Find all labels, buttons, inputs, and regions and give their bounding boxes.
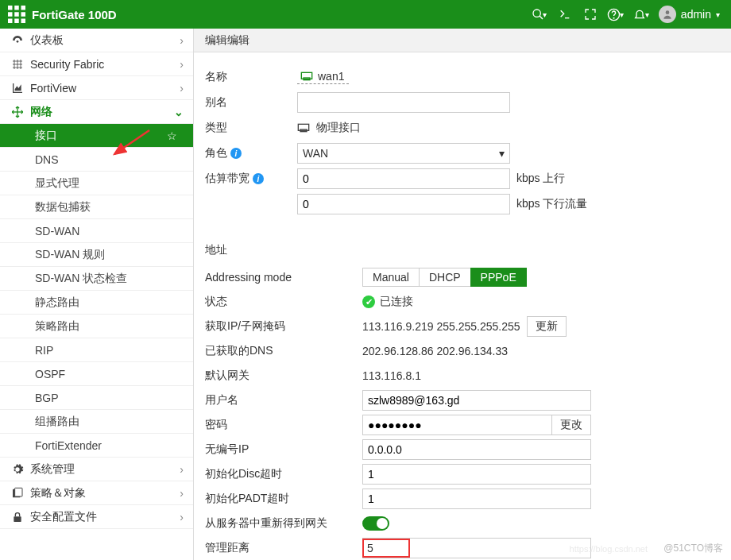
sidebar: 仪表板 › Security Fabric › FortiView › 网络 ⌄… [0,29,194,560]
chevron-right-icon: › [180,511,184,523]
sidebar-item-system[interactable]: 系统管理 › [0,458,193,481]
sidebar-item-bgp[interactable]: BGP [0,386,193,410]
svg-rect-8 [21,19,26,24]
sidebar-item-security-profile[interactable]: 安全配置文件 › [0,505,193,529]
mode-pppoe[interactable]: PPPoE [470,268,527,287]
role-select[interactable]: WAN ▾ [297,143,510,164]
content-area: 编辑编辑 名称 wan1 别名 类型 物理接口 [194,29,731,560]
fabric-icon [11,58,25,71]
refresh-button[interactable]: 更新 [527,316,567,337]
gw-value: 113.116.8.1 [362,369,421,382]
svg-rect-0 [8,6,13,10]
sidebar-item-dns[interactable]: DNS [0,148,193,172]
chart-icon [11,82,25,95]
dashboard-icon [11,34,25,47]
notifications-button[interactable]: ▾ [629,2,654,27]
sidebar-item-explicit-proxy[interactable]: 显式代理 [0,172,193,195]
label-user: 用户名 [205,393,362,407]
kbps-down-label: kbps 下行流量 [516,197,587,211]
dns-value: 202.96.128.86 202.96.134.33 [362,345,508,357]
network-icon [11,106,25,118]
mode-dhcp[interactable]: DHCP [419,268,471,287]
change-password-button[interactable]: 更改 [551,415,591,435]
svg-rect-3 [8,12,13,17]
chevron-right-icon: › [180,58,184,71]
sidebar-item-multicast[interactable]: 组播路由 [0,410,193,434]
policy-icon [11,487,25,500]
sidebar-item-interface[interactable]: 接口 ☆ [0,124,193,148]
label-status: 状态 [205,295,362,309]
username-input[interactable] [362,390,591,411]
chevron-right-icon: › [180,487,184,500]
sidebar-item-rip[interactable]: RIP [0,338,193,362]
interface-name: wan1 [297,70,349,84]
svg-point-9 [533,10,540,17]
page-title: 编辑编辑 [194,29,731,52]
ip-value: 113.116.9.219 255.255.255.255 [362,320,520,333]
svg-rect-7 [14,19,19,24]
password-input[interactable] [362,415,551,435]
chevron-down-icon: ▾ [716,10,720,19]
chevron-right-icon: › [180,82,184,95]
info-icon[interactable]: i [253,173,264,184]
svg-point-13 [614,17,615,18]
fullscreen-button[interactable] [578,2,603,27]
svg-point-15 [17,41,19,43]
alias-input[interactable] [297,92,510,113]
label-regw: 从服务器中重新得到网关 [205,516,362,531]
sidebar-item-policy-object[interactable]: 策略＆对象 › [0,481,193,505]
sidebar-item-sdwan-status[interactable]: SD-WAN 状态检查 [0,267,193,291]
label-alias: 别名 [205,95,297,110]
svg-rect-2 [21,6,26,10]
help-button[interactable]: ▾ [603,2,629,27]
sidebar-item-static-route[interactable]: 静态路由 [0,291,193,315]
sidebar-item-sdwan[interactable]: SD-WAN [0,219,193,243]
check-icon: ✔ [362,295,375,308]
user-label: admin [681,8,711,21]
label-type: 类型 [205,121,297,135]
disc-timeout-input[interactable] [362,464,591,485]
padt-timeout-input[interactable] [362,489,591,509]
type-value: 物理接口 [316,121,361,135]
mode-manual[interactable]: Manual [362,268,420,287]
section-address: 地址 [205,243,720,257]
chevron-right-icon: › [180,34,184,47]
sidebar-item-policy-route[interactable]: 策略路由 [0,315,193,338]
gear-icon [11,463,25,476]
sidebar-item-fortiextender[interactable]: FortiExtender [0,434,193,458]
bandwidth-down-input[interactable] [297,194,510,214]
label-bandwidth: 估算带宽i [205,172,297,186]
kbps-up-label: kbps 上行 [516,172,565,186]
label-padt: 初始化PADT超时 [205,492,362,506]
bandwidth-up-input[interactable] [297,168,510,189]
sidebar-item-packet-capture[interactable]: 数据包捕获 [0,195,193,219]
label-name: 名称 [205,70,297,84]
sidebar-item-network[interactable]: 网络 ⌄ [0,100,193,124]
sidebar-item-fortiview[interactable]: FortiView › [0,76,193,100]
svg-rect-4 [14,12,19,17]
label-ip: 获取IP/子网掩码 [205,319,362,334]
retrieve-gw-toggle[interactable] [362,516,389,531]
fortigate-logo-icon [8,6,25,23]
star-icon[interactable]: ☆ [167,129,177,142]
distance-value[interactable]: 5 [362,539,410,558]
svg-rect-6 [8,19,13,24]
label-addressing-mode: Addressing mode [205,271,362,284]
svg-rect-26 [14,516,21,522]
sidebar-item-dashboard[interactable]: 仪表板 › [0,29,193,52]
info-icon[interactable]: i [230,148,242,159]
unnumbered-ip-input[interactable] [362,439,591,460]
status-value: 已连接 [380,295,413,309]
svg-rect-1 [14,6,19,10]
cli-button[interactable] [552,2,578,27]
svg-rect-5 [21,12,26,17]
sidebar-item-security-fabric[interactable]: Security Fabric › [0,52,193,76]
chevron-right-icon: › [180,463,184,476]
sidebar-item-sdwan-rules[interactable]: SD-WAN 规则 [0,243,193,267]
user-menu[interactable]: admin ▾ [654,6,725,23]
sidebar-item-ospf[interactable]: OSPF [0,362,193,386]
search-button[interactable]: ▾ [527,2,552,27]
label-role: 角色i [205,146,297,160]
avatar-icon [659,6,676,23]
label-disc: 初始化Disc超时 [205,467,362,481]
